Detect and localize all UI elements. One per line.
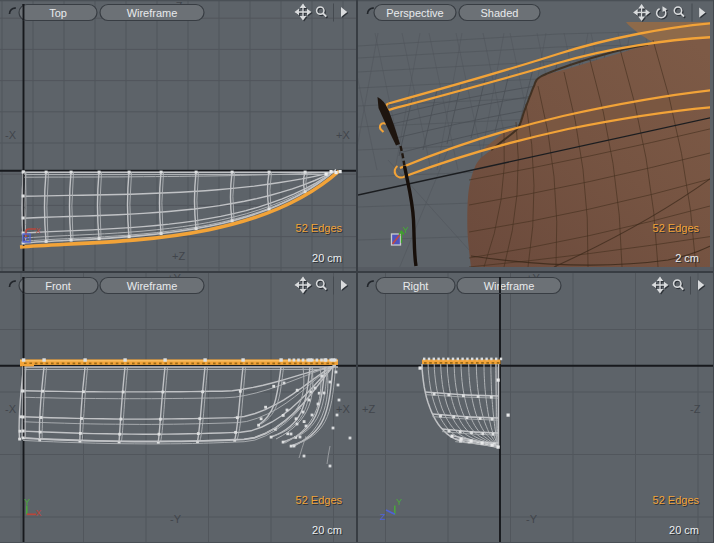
svg-text:-Y: -Y — [170, 513, 182, 525]
svg-text:Wireframe: Wireframe — [484, 280, 535, 292]
svg-text:+Z: +Z — [362, 403, 375, 415]
svg-text:Right: Right — [403, 280, 429, 292]
svg-text:52 Edges: 52 Edges — [296, 494, 343, 506]
svg-text:52 Edges: 52 Edges — [653, 494, 700, 506]
svg-text:z: z — [24, 234, 29, 244]
svg-text:-Z: -Z — [690, 403, 701, 415]
svg-text:52 Edges: 52 Edges — [653, 222, 700, 234]
svg-text:Y: Y — [396, 497, 402, 507]
svg-text:Z: Z — [380, 512, 386, 522]
svg-text:Y: Y — [403, 225, 409, 235]
svg-text:+Z: +Z — [172, 250, 185, 262]
svg-text:20 cm: 20 cm — [312, 524, 342, 536]
svg-text:Perspective: Perspective — [386, 7, 443, 19]
svg-text:-Y: -Y — [526, 513, 538, 525]
svg-text:Top: Top — [49, 7, 67, 19]
svg-text:X: X — [36, 508, 42, 518]
svg-text:x: x — [36, 225, 41, 235]
svg-text:Front: Front — [45, 280, 71, 292]
svg-text:+X: +X — [336, 129, 350, 141]
svg-text:20 cm: 20 cm — [312, 252, 342, 264]
svg-text:Wireframe: Wireframe — [127, 7, 178, 19]
svg-text:52 Edges: 52 Edges — [296, 222, 343, 234]
svg-text:Shaded: Shaded — [481, 7, 519, 19]
svg-text:-X: -X — [5, 403, 17, 415]
svg-text:Y: Y — [24, 497, 30, 507]
svg-text:-X: -X — [5, 129, 17, 141]
svg-text:2 cm: 2 cm — [675, 252, 699, 264]
svg-text:Wireframe: Wireframe — [127, 280, 178, 292]
svg-text:20 cm: 20 cm — [669, 524, 699, 536]
svg-text:+X: +X — [336, 403, 350, 415]
